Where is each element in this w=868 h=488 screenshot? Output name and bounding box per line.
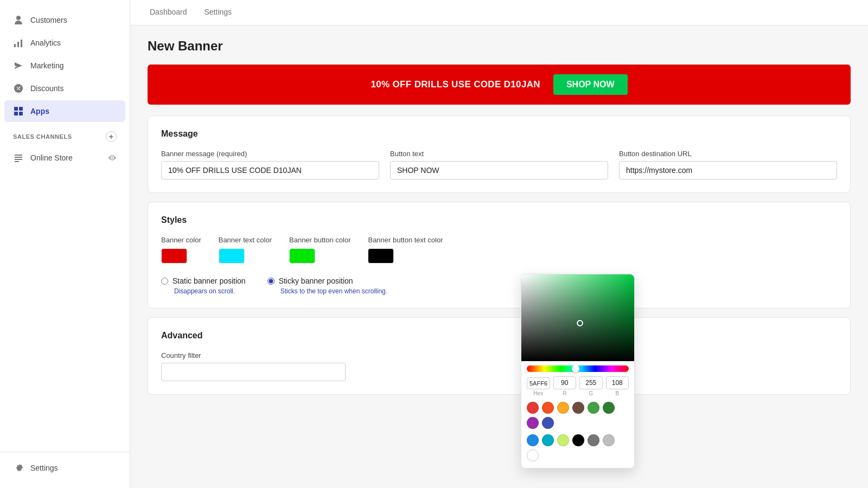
g-input[interactable] xyxy=(579,376,603,389)
preset-green-light[interactable] xyxy=(588,402,599,414)
sticky-position-hint: Sticks to the top even when scrolling. xyxy=(280,287,387,295)
preset-indigo[interactable] xyxy=(542,417,554,429)
sidebar-label-online-store: Online Store xyxy=(30,153,73,162)
banner-color-label: Banner color xyxy=(161,236,201,244)
sidebar-item-online-store[interactable]: Online Store xyxy=(4,147,125,169)
preset-orange[interactable] xyxy=(542,402,554,414)
static-position-radio-row: Static banner position xyxy=(161,277,246,285)
preset-white[interactable] xyxy=(527,450,539,461)
add-channel-button[interactable]: + xyxy=(106,131,117,142)
styles-card-title: Styles xyxy=(161,215,837,225)
b-input[interactable] xyxy=(606,376,629,389)
country-filter-input[interactable] xyxy=(161,363,346,381)
banner-text-color-label: Banner text color xyxy=(219,236,272,244)
sidebar-item-discounts[interactable]: Discounts xyxy=(4,78,125,99)
preset-dark-gray[interactable] xyxy=(588,434,599,446)
banner-message-input[interactable] xyxy=(161,161,379,179)
sidebar-label-settings: Settings xyxy=(30,464,58,472)
top-tabs: Dashboard Settings xyxy=(130,0,868,25)
button-text-group: Button text xyxy=(390,150,608,179)
color-picker-cursor xyxy=(577,320,583,326)
sidebar-label-customers: Customers xyxy=(30,16,67,24)
content-area: New Banner 10% OFF DRILLS USE CODE D10JA… xyxy=(130,25,868,488)
sales-channels-section: SALES CHANNELS + xyxy=(0,123,130,146)
g-field-group: G xyxy=(579,376,603,396)
preset-black[interactable] xyxy=(572,434,584,446)
preset-light-gray[interactable] xyxy=(603,434,615,446)
banner-text-color-swatch[interactable] xyxy=(219,248,245,264)
preset-purple[interactable] xyxy=(527,417,539,429)
sidebar-item-marketing[interactable]: Marketing xyxy=(4,55,125,76)
color-presets-row2 xyxy=(527,434,629,461)
advanced-card: Advanced Country filter xyxy=(148,317,851,395)
preset-blue[interactable] xyxy=(527,434,539,446)
preset-brown[interactable] xyxy=(572,402,584,414)
analytics-icon xyxy=(13,37,24,48)
color-picker-fields: Hex R G B xyxy=(527,376,629,396)
sidebar: Customers Analytics Marketing Discounts … xyxy=(0,0,130,488)
color-presets-row1 xyxy=(527,402,629,429)
r-label: R xyxy=(553,390,577,396)
apps-icon xyxy=(13,106,24,117)
main-area: Dashboard Settings New Banner 10% OFF DR… xyxy=(130,0,868,488)
banner-color-swatch[interactable] xyxy=(161,248,187,264)
button-url-label: Button destination URL xyxy=(619,150,837,158)
hue-slider[interactable] xyxy=(527,365,629,372)
svg-rect-5 xyxy=(14,112,18,115)
banner-button-color-label: Banner button color xyxy=(289,236,350,244)
sidebar-label-apps: Apps xyxy=(30,107,49,115)
tab-settings[interactable]: Settings xyxy=(198,0,239,25)
preset-green-dark[interactable] xyxy=(603,402,615,414)
sticky-position-option: Sticky banner position Sticks to the top… xyxy=(267,277,387,295)
sidebar-item-apps[interactable]: Apps xyxy=(4,100,125,122)
button-text-label: Button text xyxy=(390,150,608,158)
banner-button-color-swatch[interactable] xyxy=(289,248,315,264)
banner-preview-text: 10% OFF DRILLS USE CODE D10JAN xyxy=(371,79,540,90)
banner-button-text-color-swatch[interactable] xyxy=(368,248,394,264)
sidebar-bottom: Settings xyxy=(0,452,130,479)
static-position-label: Static banner position xyxy=(173,277,246,285)
country-filter-group: Country filter xyxy=(161,351,346,381)
hex-field-group: Hex xyxy=(527,377,550,396)
preset-red[interactable] xyxy=(527,402,539,414)
sidebar-label-marketing: Marketing xyxy=(30,61,63,70)
sidebar-item-customers[interactable]: Customers xyxy=(4,9,125,31)
tab-dashboard[interactable]: Dashboard xyxy=(143,0,194,25)
country-filter-label: Country filter xyxy=(161,351,346,359)
banner-message-label: Banner message (required) xyxy=(161,150,379,158)
button-url-input[interactable] xyxy=(619,161,837,179)
banner-preview-button[interactable]: SHOP NOW xyxy=(553,74,628,95)
sticky-position-radio[interactable] xyxy=(267,278,275,285)
static-position-radio[interactable] xyxy=(161,278,168,285)
button-url-group: Button destination URL xyxy=(619,150,837,179)
color-picker-gradient[interactable] xyxy=(521,274,634,361)
preset-cyan[interactable] xyxy=(542,434,554,446)
b-field-group: B xyxy=(606,376,629,396)
r-input[interactable] xyxy=(553,376,577,389)
hex-input[interactable] xyxy=(527,377,550,389)
sticky-position-label: Sticky banner position xyxy=(279,277,353,285)
banner-message-group: Banner message (required) xyxy=(161,150,379,179)
banner-button-text-color-group: Banner button text color xyxy=(368,236,443,264)
hex-label: Hex xyxy=(527,390,550,396)
preset-lime[interactable] xyxy=(557,434,569,446)
eye-icon xyxy=(108,153,117,162)
sales-channels-label: SALES CHANNELS xyxy=(13,133,72,140)
svg-rect-3 xyxy=(14,107,18,111)
sidebar-item-analytics[interactable]: Analytics xyxy=(4,32,125,54)
banner-text-color-group: Banner text color xyxy=(219,236,272,264)
marketing-icon xyxy=(13,60,24,71)
g-label: G xyxy=(579,390,603,396)
b-label: B xyxy=(606,390,629,396)
sidebar-item-settings[interactable]: Settings xyxy=(4,457,125,479)
preset-yellow[interactable] xyxy=(557,402,569,414)
button-text-input[interactable] xyxy=(390,161,608,179)
svg-rect-1 xyxy=(17,42,19,47)
page-title: New Banner xyxy=(148,38,851,54)
message-card: Message Banner message (required) Button… xyxy=(148,115,851,193)
styles-colors-grid: Banner color Banner text color Banner bu… xyxy=(161,236,837,264)
online-store-icon xyxy=(13,152,24,163)
color-picker-popup: Hex R G B xyxy=(521,274,635,468)
hue-thumb xyxy=(572,365,579,373)
banner-button-color-group: Banner button color xyxy=(289,236,350,264)
